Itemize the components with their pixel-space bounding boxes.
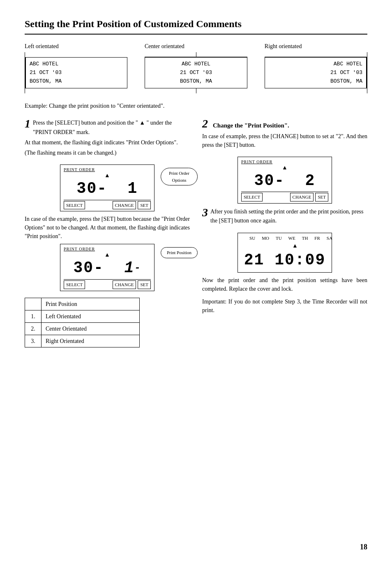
diagram2-btn-select[interactable]: SELECT	[64, 280, 85, 289]
table-row: 1. Left Orientated	[25, 310, 140, 322]
day-th: TH	[302, 235, 308, 242]
table-header-row: Print Position	[25, 298, 140, 310]
day-labels: SU MO TU WE TH FR SA	[241, 235, 328, 242]
right-line2: 21 OCT '03	[269, 69, 362, 77]
diagram3-outer: PRINT ORDER ▲ 30- 2 SELECT CHANGE SET	[202, 157, 367, 204]
right-orientation: Right orientated ABC HOTEL 21 OCT '03 BO…	[265, 42, 367, 93]
diagram1: PRINT ORDER ▲ 30- 1 SELECT CHANGE SET	[60, 164, 154, 211]
left-orientation: Left orientated ABC HOTEL 21 OCT '03 BOS…	[25, 42, 127, 93]
table-row3-label: Right Orientated	[42, 335, 140, 347]
day-tu: TU	[276, 235, 282, 242]
main-content: 1 Press the [SELECT] button and position…	[25, 118, 367, 347]
day-mo: MO	[262, 235, 269, 242]
step3-block: 3 After you finish setting the print ord…	[202, 207, 367, 225]
step3-body2: Now the print order and the print positi…	[202, 276, 367, 293]
step3-important: Important: If you do not complete Step 3…	[202, 297, 367, 315]
diagram1-btn-set[interactable]: SET	[138, 201, 151, 210]
diagram3-btn-set[interactable]: SET	[315, 193, 328, 201]
diagram3-btn-change[interactable]: CHANGE	[290, 193, 314, 201]
step1-body2: At that moment, the flashing digit indic…	[25, 138, 190, 147]
col-left: 1 Press the [SELECT] button and position…	[25, 118, 190, 347]
center-line3: BOSTON, MA	[149, 77, 243, 86]
center-line1: ABC HOTEL	[149, 60, 243, 69]
diagram3: PRINT ORDER ▲ 30- 2 SELECT CHANGE SET	[238, 157, 332, 204]
diagram2-outer: PRINT ORDER ▲ 30- 1- SELECT CHANGE SET P…	[25, 244, 190, 291]
diagram3-triangle: ▲	[241, 165, 328, 171]
right-label: Right orientated	[265, 42, 367, 51]
col-right: 2 Change the "Print Position". In case o…	[202, 118, 367, 347]
step3-number: 3	[202, 207, 208, 218]
table-row1-num: 1.	[25, 310, 42, 322]
step1-body4: In case of the example, press the [SET] …	[25, 215, 190, 241]
diagram1-digits: 30- 1	[64, 178, 151, 199]
diagram1-print-order-label: PRINT ORDER	[64, 167, 95, 173]
day-sa: SA	[327, 235, 332, 242]
diagram4-outer: SU MO TU WE TH FR SA ▲ 21 10:09	[202, 233, 367, 273]
step1-block: 1 Press the [SELECT] button and position…	[25, 118, 190, 157]
diagram2-btn-set[interactable]: SET	[138, 280, 151, 289]
right-line1: ABC HOTEL	[269, 60, 362, 69]
left-label: Left orientated	[25, 42, 127, 51]
step2-body1: In case of example, press the [CHANGE] b…	[202, 132, 367, 149]
page-number: 18	[360, 542, 367, 553]
right-line3: BOSTON, MA	[269, 77, 362, 86]
center-line2: 21 OCT '03	[149, 69, 243, 77]
step1-body3: (The flashing means it can be changed.)	[25, 148, 190, 157]
diagram3-print-order-label: PRINT ORDER	[241, 159, 272, 165]
center-orientation: Center orientated ABC HOTEL 21 OCT '03 B…	[145, 42, 247, 93]
table-row: 3. Right Orientated	[25, 335, 140, 347]
table-header-empty	[25, 298, 42, 310]
diagram2-callout: Print Position	[161, 247, 198, 258]
center-label: Center orientated	[145, 42, 247, 51]
position-table: Print Position 1. Left Orientated 2. Cen…	[25, 298, 140, 347]
step3-body1: After you finish setting the print order…	[210, 208, 364, 224]
table-row1-label: Left Orientated	[42, 310, 140, 322]
table-row3-num: 3.	[25, 335, 42, 347]
diagram4-digits: 21 10:09	[241, 250, 328, 271]
page-title: Setting the Print Position of Customized…	[25, 16, 367, 35]
diagram3-btn-select[interactable]: SELECT	[241, 193, 263, 201]
table-row: 2. Center Orientated	[25, 322, 140, 335]
diagram1-callout: Print Order Options	[161, 168, 198, 185]
day-fr: FR	[314, 235, 320, 242]
left-line2: 21 OCT '03	[30, 69, 123, 77]
left-line3: BOSTON, MA	[30, 77, 123, 86]
diagram2-print-order-label: PRINT ORDER	[64, 246, 95, 252]
step2-title: Change the "Print Position".	[213, 121, 289, 130]
diagram2-btn-change[interactable]: CHANGE	[113, 280, 136, 289]
example-text: Example: Change the print position to "C…	[25, 102, 367, 111]
orientation-section: Left orientated ABC HOTEL 21 OCT '03 BOS…	[25, 42, 367, 93]
diagram1-btn-select[interactable]: SELECT	[64, 201, 85, 210]
table-header-title: Print Position	[42, 298, 140, 310]
diagram3-digits: 30- 2	[241, 171, 328, 191]
diagram2: PRINT ORDER ▲ 30- 1- SELECT CHANGE SET	[60, 244, 154, 291]
day-su: SU	[249, 235, 255, 242]
step1-number: 1	[25, 118, 30, 130]
diagram1-triangle: ▲	[64, 173, 151, 178]
table-row2-label: Center Orientated	[42, 322, 140, 335]
table-row2-num: 2.	[25, 322, 42, 335]
table-section: Print Position 1. Left Orientated 2. Cen…	[25, 298, 190, 347]
step2-block: 2 Change the "Print Position". In case o…	[202, 118, 367, 149]
diagram2-digits: 30- 1-	[64, 258, 151, 278]
diagram1-btn-change[interactable]: CHANGE	[113, 201, 136, 210]
left-line1: ABC HOTEL	[30, 60, 123, 69]
diagram1-outer: PRINT ORDER ▲ 30- 1 SELECT CHANGE SET Pr…	[25, 164, 190, 211]
step2-number: 2	[202, 118, 208, 130]
diagram4-triangle: ▲	[241, 241, 328, 250]
day-we: WE	[288, 235, 295, 242]
diagram2-triangle: ▲	[64, 252, 151, 258]
step1-body1: Press the [SELECT] button and position t…	[33, 120, 172, 135]
